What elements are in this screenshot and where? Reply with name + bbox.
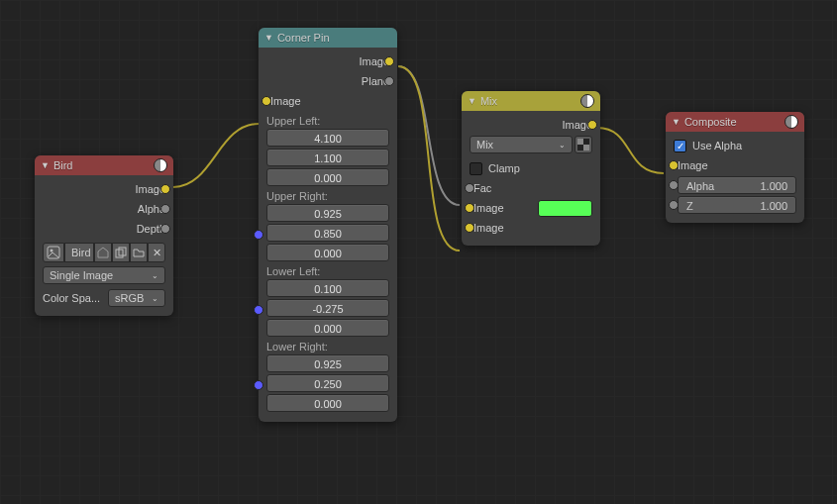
duplicate-icon[interactable] (112, 243, 130, 262)
ul-z[interactable]: 0.000 (266, 168, 389, 186)
source-select[interactable]: Single Image⌄ (43, 266, 165, 284)
svg-point-1 (51, 250, 53, 252)
image-datablock-row: Bird ✕ (43, 243, 165, 262)
node-title: Mix (480, 91, 497, 111)
preview-icon[interactable] (154, 158, 167, 172)
svg-rect-6 (583, 145, 589, 151)
svg-rect-5 (577, 139, 583, 145)
upper-right-label: Upper Right: (266, 190, 389, 202)
socket-out-image[interactable] (384, 56, 394, 66)
z-field[interactable]: Z1.000 (678, 196, 796, 214)
socket-in-fac[interactable] (465, 183, 474, 193)
node-corner-pin[interactable]: ▼ Corner Pin Image Plane Image Upper Lef… (259, 28, 397, 422)
ur-y[interactable]: 0.850 (266, 224, 389, 242)
open-icon[interactable] (130, 243, 148, 262)
collapse-icon[interactable]: ▼ (672, 112, 680, 132)
preview-icon[interactable] (580, 94, 594, 108)
unlink-icon[interactable]: ✕ (148, 243, 165, 262)
chevron-down-icon: ⌄ (559, 141, 566, 150)
socket-in-ur[interactable] (254, 230, 263, 240)
input-image: Image (266, 95, 301, 107)
colorspace-label: Color Spa... (43, 292, 104, 304)
lr-z[interactable]: 0.000 (266, 394, 389, 412)
ll-x[interactable]: 0.100 (266, 279, 389, 297)
image2-label: Image (470, 222, 504, 234)
alpha-field[interactable]: Alpha1.000 (678, 176, 796, 194)
clamp-checkbox[interactable] (470, 162, 482, 175)
node-title: Bird (53, 155, 73, 175)
socket-in-image[interactable] (262, 96, 271, 106)
ul-x[interactable]: 4.100 (266, 129, 389, 147)
lower-left-label: Lower Left: (266, 265, 389, 277)
node-header[interactable]: ▼ Corner Pin (259, 28, 397, 48)
ll-z[interactable]: 0.000 (266, 319, 389, 337)
socket-in-z[interactable] (669, 200, 679, 210)
ur-z[interactable]: 0.000 (266, 244, 389, 261)
collapse-icon[interactable]: ▼ (468, 91, 476, 111)
use-alpha-checkbox[interactable]: ✓ (674, 140, 686, 152)
preview-icon[interactable] (785, 115, 798, 129)
chevron-down-icon: ⌄ (152, 294, 158, 303)
node-mix[interactable]: ▼ Mix Image Mix⌄ Clamp Fac Image Image (462, 91, 600, 246)
fake-user-icon[interactable] (94, 243, 112, 262)
node-title: Corner Pin (277, 28, 330, 48)
lower-right-label: Lower Right: (266, 341, 389, 353)
use-alpha-icon[interactable] (575, 136, 592, 153)
node-title: Composite (684, 112, 737, 132)
socket-out-image[interactable] (587, 120, 597, 130)
socket-in-image[interactable] (669, 160, 679, 170)
colorspace-select[interactable]: sRGB⌄ (108, 289, 165, 307)
socket-in-alpha[interactable] (669, 180, 679, 190)
blend-mode-select[interactable]: Mix⌄ (470, 136, 573, 153)
ur-x[interactable]: 0.925 (266, 204, 389, 222)
lr-y[interactable]: 0.250 (266, 374, 389, 392)
collapse-icon[interactable]: ▼ (41, 155, 50, 175)
input-image: Image (674, 159, 708, 171)
image-name[interactable]: Bird (64, 243, 94, 262)
socket-in-ll[interactable] (254, 305, 263, 315)
node-bird[interactable]: ▼ Bird Image Alpha Depth Bird ✕ Single I… (35, 155, 173, 316)
image1-label: Image (470, 202, 538, 214)
socket-out-plane[interactable] (384, 76, 394, 86)
socket-in-lr[interactable] (254, 380, 263, 390)
upper-left-label: Upper Left: (266, 115, 389, 127)
socket-out-image[interactable] (160, 184, 170, 194)
image-icon[interactable] (43, 243, 64, 262)
ll-y[interactable]: -0.275 (266, 299, 389, 317)
color-swatch[interactable] (538, 200, 592, 217)
chevron-down-icon: ⌄ (152, 271, 158, 280)
socket-in-image2[interactable] (465, 223, 474, 233)
ul-y[interactable]: 1.100 (266, 149, 389, 166)
node-composite[interactable]: ▼ Composite ✓Use Alpha Image Alpha1.000 … (666, 112, 804, 223)
clamp-label: Clamp (488, 162, 520, 174)
socket-out-alpha[interactable] (160, 204, 170, 214)
node-header[interactable]: ▼ Bird (35, 155, 173, 175)
use-alpha-label: Use Alpha (692, 140, 742, 151)
lr-x[interactable]: 0.925 (266, 354, 389, 372)
socket-out-depth[interactable] (160, 224, 170, 234)
node-header[interactable]: ▼ Mix (462, 91, 600, 111)
collapse-icon[interactable]: ▼ (264, 28, 273, 48)
socket-in-image1[interactable] (465, 203, 474, 213)
node-header[interactable]: ▼ Composite (666, 112, 804, 132)
